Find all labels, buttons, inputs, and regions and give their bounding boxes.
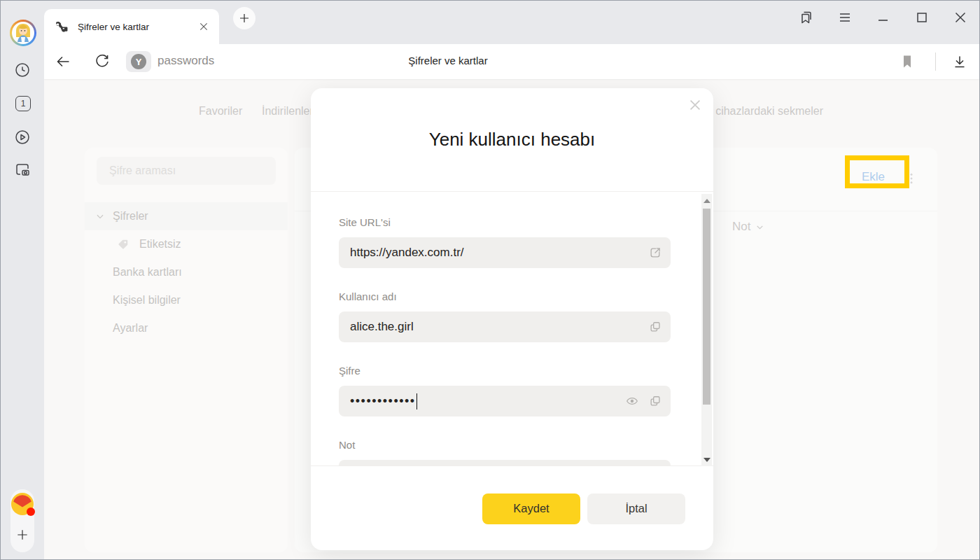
show-password-icon[interactable] xyxy=(625,394,639,408)
history-icon[interactable] xyxy=(14,62,31,78)
scroll-up-arrow[interactable] xyxy=(701,195,712,206)
addressbar[interactable]: Y passwords Şifreler ve kartlar xyxy=(44,44,979,79)
menu-icon[interactable] xyxy=(836,9,853,26)
site-url-group: Site URL'si https://yandex.com.tr/ xyxy=(339,216,671,268)
tab-close-icon[interactable] xyxy=(198,21,209,32)
avatar-image xyxy=(12,22,34,44)
modal-footer: Kaydet İptal xyxy=(311,467,713,550)
cancel-button[interactable]: İptal xyxy=(587,493,685,524)
site-url-label: Site URL'si xyxy=(339,216,671,230)
copy-icon[interactable] xyxy=(648,394,662,408)
modal-scrollbar[interactable] xyxy=(701,194,712,466)
ekle-highlight-box xyxy=(845,155,909,188)
close-window-icon[interactable] xyxy=(952,9,969,26)
text-caret xyxy=(416,393,418,410)
note-label: Not xyxy=(339,438,671,452)
titlebar: Şifreler ve kartlar xyxy=(44,1,979,44)
password-value: •••••••••••• xyxy=(350,394,416,409)
site-badge[interactable]: Y xyxy=(126,51,151,72)
site-url-value: https://yandex.com.tr/ xyxy=(350,246,464,260)
side-panels-icon[interactable] xyxy=(798,9,815,26)
back-icon[interactable] xyxy=(55,53,71,70)
bookmark-icon[interactable] xyxy=(899,53,916,70)
modal-title: Yeni kullanıcı hesabı xyxy=(311,129,713,150)
new-tab-button[interactable] xyxy=(233,7,255,29)
page-title: Şifreler ve kartlar xyxy=(364,55,532,66)
reload-icon[interactable] xyxy=(94,53,111,70)
tab-count-button[interactable]: 1 xyxy=(15,96,31,111)
password-label: Şifre xyxy=(339,364,671,378)
modal-close-icon[interactable] xyxy=(687,97,703,113)
notification-dot xyxy=(27,507,35,516)
password-group: Şifre •••••••••••• xyxy=(339,364,671,416)
toolbar-divider xyxy=(935,52,936,71)
username-field[interactable]: alice.the.girl xyxy=(339,312,671,342)
download-icon[interactable] xyxy=(951,53,968,70)
browser-window: Favoriler İndirilenler Diğer cihazlardak… xyxy=(0,0,980,560)
tab-count-label: 1 xyxy=(21,99,26,108)
tab-title: Şifreler ve kartlar xyxy=(78,22,198,32)
minimize-icon[interactable] xyxy=(875,9,892,26)
browser-tab[interactable]: Şifreler ve kartlar xyxy=(44,9,219,44)
browser-sidebar: 1 xyxy=(1,1,44,559)
plus-icon xyxy=(238,12,251,24)
site-url-field[interactable]: https://yandex.com.tr/ xyxy=(339,237,671,268)
sidebar-apps-dock xyxy=(10,489,34,552)
screenshot-icon[interactable] xyxy=(14,161,31,178)
yandex-mail-icon[interactable] xyxy=(11,493,34,515)
note-field[interactable] xyxy=(339,460,671,466)
username-value: alice.the.girl xyxy=(350,320,414,334)
passwords-tab-icon xyxy=(54,19,69,34)
note-group: Not xyxy=(339,438,671,466)
profile-avatar[interactable] xyxy=(10,20,36,46)
window-controls xyxy=(798,9,969,26)
modal-form: Site URL'si https://yandex.com.tr/ Kulla… xyxy=(311,191,713,466)
play-icon[interactable] xyxy=(14,129,31,146)
maximize-icon[interactable] xyxy=(913,9,930,26)
url-text[interactable]: passwords xyxy=(158,54,214,68)
save-button[interactable]: Kaydet xyxy=(482,493,580,524)
yandex-favicon: Y xyxy=(131,54,146,69)
scrollbar-thumb[interactable] xyxy=(703,209,710,405)
copy-icon[interactable] xyxy=(648,320,662,334)
username-label: Kullanıcı adı xyxy=(339,290,671,304)
scroll-down-arrow[interactable] xyxy=(701,454,712,465)
username-group: Kullanıcı adı alice.the.girl xyxy=(339,290,671,342)
add-app-icon[interactable] xyxy=(15,528,29,542)
password-field[interactable]: •••••••••••• xyxy=(339,386,671,416)
open-link-icon[interactable] xyxy=(648,246,662,260)
new-account-modal: Yeni kullanıcı hesabı Site URL'si https:… xyxy=(311,88,713,550)
